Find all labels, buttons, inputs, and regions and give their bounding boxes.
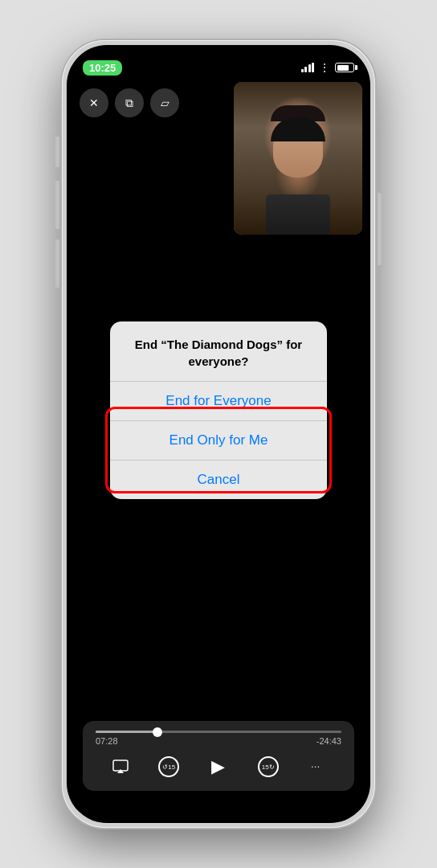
end-call-dialog: End “The Diamond Dogs” for everyone? End…: [110, 321, 327, 499]
dialog-title: End “The Diamond Dogs” for everyone?: [110, 321, 327, 381]
end-for-everyone-button[interactable]: End for Everyone: [110, 382, 327, 420]
dialog-overlay: End “The Diamond Dogs” for everyone? End…: [67, 45, 370, 823]
volume-down-button[interactable]: [55, 240, 59, 288]
phone-screen: 10:25 ⋮ ✕ ⧉: [67, 45, 370, 823]
power-button[interactable]: [378, 193, 382, 265]
end-only-for-me-button[interactable]: End Only for Me: [110, 421, 327, 460]
phone-frame: 10:25 ⋮ ✕ ⧉: [62, 40, 375, 828]
mute-button[interactable]: [55, 137, 59, 167]
cancel-button[interactable]: Cancel: [110, 461, 327, 499]
volume-up-button[interactable]: [55, 181, 59, 229]
